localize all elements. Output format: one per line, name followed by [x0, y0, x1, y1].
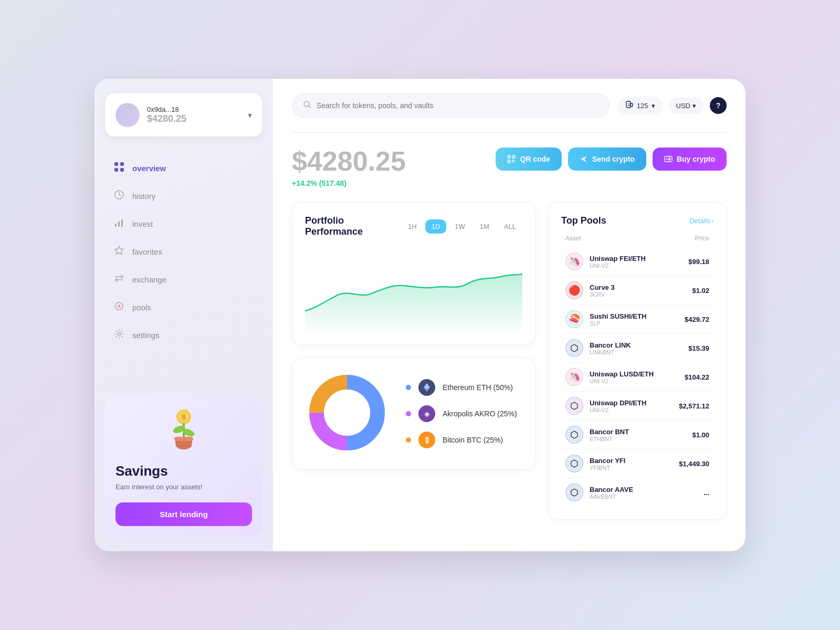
sidebar-item-history[interactable]: history [105, 183, 262, 209]
gas-icon [625, 101, 634, 111]
legend-item-btc: ₿ Bitcoin BTC (25%) [406, 432, 517, 448]
sidebar-item-overview[interactable]: overview [105, 155, 262, 181]
buy-icon [664, 155, 673, 163]
time-filters: 1H 1D 1W 1M ALL [402, 219, 522, 234]
pool-info: Bancor YFI YFIBNT [590, 457, 673, 471]
legend-item-eth: Ethereum ETH (50%) [406, 379, 517, 396]
svg-rect-5 [115, 224, 117, 227]
pool-logo: ⬡ [565, 455, 583, 472]
time-filter-1w[interactable]: 1W [448, 219, 471, 234]
sidebar-item-settings[interactable]: settings [105, 322, 262, 348]
start-lending-button[interactable]: Start lending [116, 502, 252, 526]
pool-logo: 🦄 [565, 368, 583, 386]
pool-item: ⬡ Bancor LINK LINKBNT $15.39 [561, 334, 713, 363]
allocation-legend: Ethereum ETH (50%) ◈ Akropolis AKRO (25%… [406, 379, 517, 448]
sidebar-item-favorites[interactable]: favorites [105, 239, 262, 265]
gas-chevron: ▾ [652, 102, 655, 110]
pool-name: Bancor LINK [590, 341, 682, 349]
qr-code-label: QR code [520, 155, 550, 163]
help-button[interactable]: ? [710, 97, 727, 114]
pool-price: $1.00 [692, 431, 709, 439]
settings-icon [113, 329, 125, 342]
buy-crypto-button[interactable]: Buy crypto [653, 148, 727, 171]
pool-price: $2,571.12 [679, 402, 709, 410]
svg-point-11 [118, 333, 121, 335]
svg-rect-27 [509, 161, 510, 162]
legend-item-akro: ◈ Akropolis AKRO (25%) [406, 405, 517, 422]
pools-icon [113, 301, 125, 314]
left-column: Portfolio Performance 1H 1D 1W 1M ALL [292, 202, 536, 520]
pool-logo: ⬡ [565, 339, 583, 357]
wallet-address: 0x9da...18 [147, 106, 240, 113]
allocation-card: Ethereum ETH (50%) ◈ Akropolis AKRO (25%… [292, 358, 536, 470]
pool-item: 🔴 Curve 3 3CRV $1.02 [561, 276, 713, 305]
svg-rect-0 [114, 162, 118, 166]
portfolio-title: Portfolio Performance [305, 215, 402, 237]
pool-logo: ⬡ [565, 397, 583, 415]
pool-price: $99.18 [688, 258, 709, 266]
pools-header: Top Pools Details › [561, 215, 713, 226]
donut-chart [305, 371, 389, 457]
svg-rect-26 [513, 156, 514, 158]
balance-cents: .25 [368, 146, 406, 176]
pool-name: Bancor BNT [590, 428, 686, 436]
search-input[interactable] [317, 101, 598, 110]
sidebar-item-label-overview: overview [132, 164, 166, 173]
btc-label: Bitcoin BTC (25%) [443, 436, 503, 444]
akro-dot [406, 411, 411, 416]
pool-item: ⬡ Uniswap DPI/ETH UNI-V2 $2,571.12 [561, 392, 713, 421]
pool-ticker: UNI-V2 [590, 262, 682, 269]
wallet-balance: $4280.25 [147, 113, 240, 124]
action-buttons: QR code Send crypto Buy crypto [496, 148, 727, 171]
time-filter-1m[interactable]: 1M [474, 219, 496, 234]
time-filter-1d[interactable]: 1D [425, 219, 447, 234]
history-icon [113, 190, 125, 203]
eth-label: Ethereum ETH (50%) [443, 383, 513, 392]
gas-value: 125 [637, 102, 648, 110]
pool-name: Curve 3 [590, 284, 686, 291]
pool-name: Uniswap DPI/ETH [590, 399, 673, 407]
chevron-right-icon: › [711, 217, 713, 225]
sidebar-item-label-history: history [132, 192, 155, 201]
pool-item: 🦄 Uniswap LUSD/ETH UNI-V2 $104.22 [561, 363, 713, 392]
time-filter-all[interactable]: ALL [498, 219, 522, 234]
currency-value: USD [676, 102, 690, 110]
currency-selector[interactable]: USD ▾ [669, 98, 704, 114]
chevron-down-icon[interactable]: ▾ [248, 110, 252, 120]
eth-dot [406, 385, 411, 390]
svg-rect-1 [120, 162, 124, 166]
sidebar-item-invest[interactable]: invest [105, 211, 262, 237]
balance-change: +14.2% (517.48) [292, 179, 406, 187]
pool-price: $104.22 [685, 373, 709, 381]
pool-ticker: 3CRV [590, 291, 686, 298]
sidebar-item-pools[interactable]: pools [105, 295, 262, 320]
savings-title: Savings [116, 463, 252, 479]
pool-ticker: SLP [590, 320, 678, 327]
pool-ticker: YFIBNT [590, 465, 673, 471]
qr-icon [507, 155, 516, 163]
exchange-icon [113, 273, 125, 286]
pool-logo: ⬡ [565, 484, 583, 501]
send-crypto-label: Send crypto [592, 155, 635, 163]
time-filter-1h[interactable]: 1H [402, 219, 423, 234]
sidebar-item-exchange[interactable]: exchange [105, 267, 262, 292]
pool-logo: 🔴 [565, 281, 583, 299]
pool-item: ⬡ Bancor AAVE AAVEBNT ... [561, 478, 713, 507]
gas-pill[interactable]: 125 ▾ [618, 97, 663, 115]
pool-name: Uniswap FEI/ETH [590, 255, 682, 262]
send-crypto-button[interactable]: Send crypto [568, 148, 646, 171]
qr-code-button[interactable]: QR code [496, 148, 562, 171]
search-bar[interactable] [292, 93, 610, 118]
pool-ticker: UNI-V2 [590, 407, 673, 413]
svg-rect-7 [121, 219, 123, 227]
pool-name: Uniswap LUSD/ETH [590, 370, 678, 378]
header: 125 ▾ USD ▾ ? [292, 93, 727, 118]
pool-info: Bancor BNT ETHBNT [590, 428, 686, 442]
top-pools-card: Top Pools Details › Asset Price 🦄 Uniswa… [548, 202, 727, 520]
currency-chevron: ▾ [692, 102, 696, 110]
svg-rect-25 [509, 156, 510, 158]
pools-details-link[interactable]: Details › [689, 217, 713, 225]
avatar [116, 103, 140, 127]
content-grid: Portfolio Performance 1H 1D 1W 1M ALL [292, 202, 727, 520]
wallet-card[interactable]: 0x9da...18 $4280.25 ▾ [105, 93, 262, 136]
